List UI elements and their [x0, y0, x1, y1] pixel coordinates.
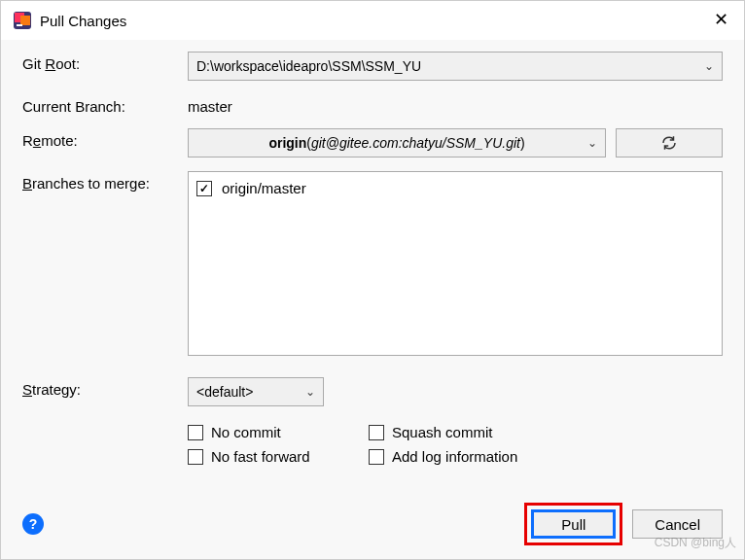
remote-label: Remote:	[22, 128, 188, 149]
checkbox-icon	[188, 449, 203, 465]
highlight-box: Pull	[524, 503, 622, 545]
title-bar: Pull Changes ✕	[1, 1, 744, 40]
chevron-down-icon: ⌄	[704, 59, 714, 73]
window-title: Pull Changes	[40, 13, 709, 29]
strategy-label: Strategy:	[22, 377, 188, 398]
branch-label: origin/master	[222, 180, 306, 196]
branch-checkbox[interactable]	[196, 181, 212, 196]
current-branch-value: master	[188, 94, 723, 115]
no-commit-checkbox[interactable]: No commit	[188, 424, 363, 440]
checkbox-icon	[369, 449, 384, 465]
strategy-dropdown[interactable]: <default> ⌄	[188, 377, 324, 406]
help-icon[interactable]: ?	[22, 513, 44, 535]
refresh-button[interactable]	[616, 128, 723, 158]
watermark: CSDN @bing人	[655, 535, 736, 551]
current-branch-label: Current Branch:	[22, 94, 188, 115]
refresh-icon	[660, 134, 678, 152]
branches-label: Branches to merge:	[22, 171, 188, 192]
branches-list[interactable]: origin/master	[188, 171, 723, 356]
git-root-dropdown[interactable]: D:\workspace\ideapro\SSM\SSM_YU ⌄	[188, 52, 723, 81]
intellij-icon	[13, 11, 32, 30]
checkbox-icon	[188, 425, 203, 440]
squash-checkbox[interactable]: Squash commit	[369, 424, 563, 440]
bottom-bar: ? Pull Cancel	[22, 503, 723, 545]
close-icon[interactable]: ✕	[709, 9, 732, 32]
chevron-down-icon: ⌄	[587, 136, 597, 150]
checkbox-icon	[369, 425, 384, 440]
dialog-content: Git Root: D:\workspace\ideapro\SSM\SSM_Y…	[1, 40, 744, 480]
chevron-down-icon: ⌄	[305, 385, 315, 399]
no-fast-forward-checkbox[interactable]: No fast forward	[188, 448, 363, 465]
remote-dropdown[interactable]: origin(git@gitee.com:chatyu/SSM_YU.git) …	[188, 128, 606, 158]
branch-item[interactable]: origin/master	[196, 180, 714, 196]
git-root-label: Git Root:	[22, 52, 188, 72]
svg-rect-3	[17, 24, 22, 26]
svg-rect-2	[20, 16, 30, 25]
add-log-checkbox[interactable]: Add log information	[369, 448, 563, 465]
pull-button[interactable]: Pull	[531, 509, 616, 539]
